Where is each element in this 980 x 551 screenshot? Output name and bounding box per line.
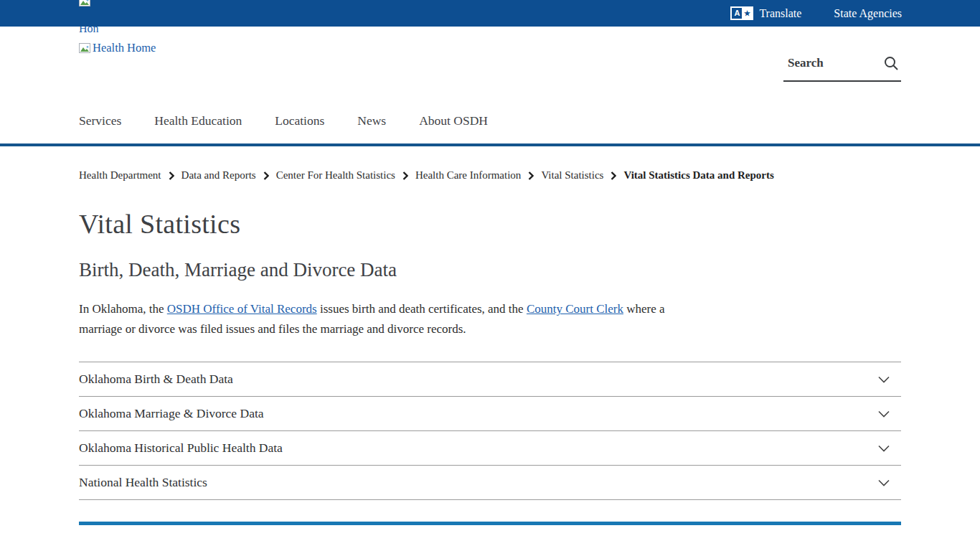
- state-agencies-link[interactable]: State Agencies: [834, 7, 902, 20]
- chevron-down-icon: [878, 479, 890, 486]
- chevron-right-icon: [402, 171, 408, 180]
- chevron-down-icon: [878, 376, 890, 383]
- breadcrumb: Health Department Data and Reports Cente…: [79, 169, 901, 182]
- translate-icon: A★: [730, 6, 753, 20]
- top-utility-bar: A★ Translate State Agencies: [0, 0, 980, 27]
- intro-paragraph: In Oklahoma, the OSDH Office of Vital Re…: [79, 299, 669, 339]
- vital-records-link[interactable]: OSDH Office of Vital Records: [167, 302, 317, 316]
- breadcrumb-current-page: Vital Statistics Data and Reports: [623, 169, 773, 182]
- page-title: Vital Statistics: [79, 208, 901, 240]
- chevron-right-icon: [611, 171, 616, 180]
- search-icon[interactable]: [882, 55, 900, 72]
- contact-information-heading: Contact Information: [79, 547, 901, 551]
- search-placeholder: Search: [788, 56, 824, 70]
- main-content: Health Department Data and Reports Cente…: [79, 169, 901, 551]
- nav-item-news[interactable]: News: [357, 113, 386, 128]
- breadcrumb-item-center-for-health-statistics[interactable]: Center For Health Statistics: [276, 169, 395, 182]
- header-divider: [0, 143, 980, 146]
- chevron-right-icon: [169, 171, 174, 180]
- chevron-down-icon: [878, 445, 890, 452]
- breadcrumb-item-data-and-reports[interactable]: Data and Reports: [182, 169, 256, 182]
- health-home-label: Health Home: [93, 41, 156, 55]
- search-input[interactable]: Search: [783, 52, 901, 82]
- county-court-clerk-link[interactable]: County Court Clerk: [527, 302, 623, 316]
- chevron-right-icon: [528, 171, 534, 180]
- primary-nav: Services Health Education Locations News…: [79, 113, 488, 128]
- page-subtitle: Birth, Death, Marriage and Divorce Data: [79, 259, 901, 281]
- breadcrumb-item-vital-statistics[interactable]: Vital Statistics: [541, 169, 603, 182]
- nav-item-services[interactable]: Services: [79, 113, 121, 128]
- section-divider: [79, 522, 901, 525]
- chevron-down-icon: [878, 410, 890, 418]
- accordion-marriage-divorce-data[interactable]: Oklahoma Marriage & Divorce Data: [79, 396, 901, 430]
- health-home-logo-link[interactable]: Health Home: [79, 41, 156, 55]
- accordion-birth-death-data[interactable]: Oklahoma Birth & Death Data: [79, 362, 901, 396]
- translate-link[interactable]: A★ Translate: [730, 6, 801, 20]
- nav-item-locations[interactable]: Locations: [275, 113, 324, 128]
- accordion-list: Oklahoma Birth & Death Data Oklahoma Mar…: [79, 362, 901, 500]
- accordion-historical-public-health-data[interactable]: Oklahoma Historical Public Health Data: [79, 430, 901, 465]
- accordion-national-health-statistics[interactable]: National Health Statistics: [79, 465, 901, 499]
- breadcrumb-item-health-care-information[interactable]: Health Care Information: [415, 169, 521, 182]
- nav-item-about-osdh[interactable]: About OSDH: [419, 113, 488, 128]
- breadcrumb-item-health-department[interactable]: Health Department: [79, 169, 161, 182]
- broken-image-icon: [79, 43, 90, 53]
- nav-item-health-education[interactable]: Health Education: [154, 113, 242, 128]
- chevron-right-icon: [263, 171, 269, 180]
- translate-label: Translate: [759, 7, 801, 20]
- broken-image-icon: [79, 0, 90, 6]
